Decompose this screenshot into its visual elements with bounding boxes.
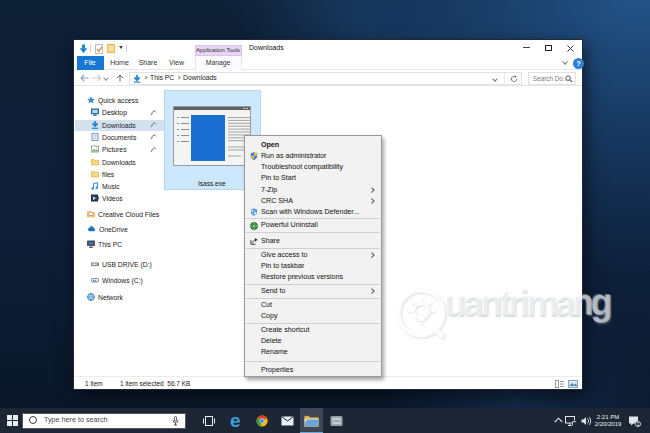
svg-text:1: 1 [636, 421, 639, 427]
